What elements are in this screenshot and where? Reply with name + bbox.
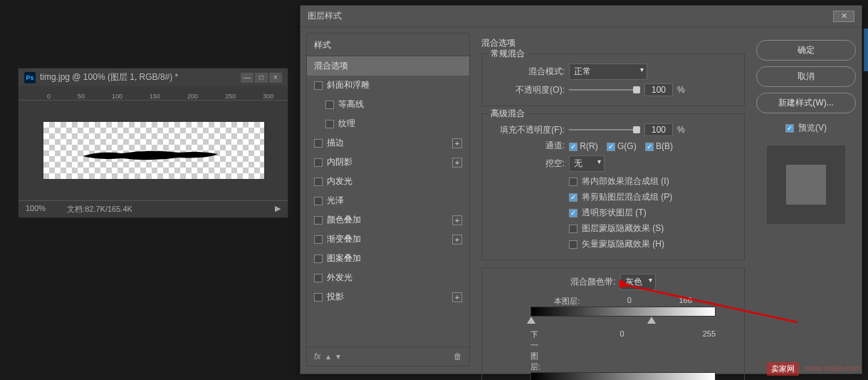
styles-panel: 样式 混合选项 斜面和浮雕 等高线 纹理 描边+ 内阴影+ 内发光 光泽 颜色叠… <box>306 33 470 366</box>
style-inner-shadow[interactable]: 内阴影+ <box>307 153 469 172</box>
watermark: 卖家网www.maijia.com <box>767 362 864 376</box>
channel-g-checkbox[interactable]: G(G) <box>607 141 637 151</box>
channel-b-checkbox[interactable]: B(B) <box>645 141 673 151</box>
style-stroke[interactable]: 描边+ <box>307 133 469 153</box>
plus-icon[interactable]: + <box>452 292 462 302</box>
styles-list: 混合选项 斜面和浮雕 等高线 纹理 描边+ 内阴影+ 内发光 光泽 颜色叠加+ … <box>307 56 469 346</box>
styles-footer: fx ▴ ▾ 🗑 <box>307 346 469 366</box>
file-info: 文档:82.7K/165.4K <box>67 204 132 215</box>
style-bevel[interactable]: 斜面和浮雕 <box>307 76 469 95</box>
dialog-titlebar[interactable]: 图层样式 ✕ <box>300 6 862 27</box>
layer-mask-hides-checkbox[interactable] <box>569 225 577 233</box>
cancel-button[interactable]: 取消 <box>756 66 856 87</box>
fill-opacity-slider[interactable] <box>569 125 640 135</box>
opacity-input[interactable]: 100 <box>644 83 673 96</box>
brush-stroke <box>79 143 221 165</box>
close-button[interactable]: × <box>269 73 282 83</box>
maximize-button[interactable]: □ <box>255 73 268 83</box>
ps-icon: Ps <box>24 72 36 83</box>
layer-style-dialog: 图层样式 ✕ 样式 混合选项 斜面和浮雕 等高线 纹理 描边+ 内阴影+ 内发光… <box>300 5 862 374</box>
advanced-blend-group: 高级混合 填充不透明度(F): 100 % 通道: R(R) G(G) B(B) <box>481 113 745 260</box>
options-panel: 混合选项 常规混合 混合模式: 正常 不透明度(O): 100 % 高级混合 填… <box>476 33 751 366</box>
close-icon[interactable]: ✕ <box>833 11 854 22</box>
preview-checkbox[interactable]: 预览(V) <box>756 122 856 134</box>
vector-mask-hides-checkbox[interactable] <box>569 240 577 249</box>
style-texture[interactable]: 纹理 <box>307 114 469 133</box>
style-drop-shadow[interactable]: 投影+ <box>307 287 469 307</box>
blend-interior-checkbox[interactable] <box>569 178 577 186</box>
fill-opacity-input[interactable]: 100 <box>644 123 673 136</box>
blend-if-select[interactable]: 灰色 <box>620 274 656 290</box>
zoom-level[interactable]: 100% <box>26 204 46 215</box>
channel-r-checkbox[interactable]: R(R) <box>569 141 598 151</box>
blend-clipped-checkbox[interactable] <box>569 193 577 202</box>
new-style-button[interactable]: 新建样式(W)... <box>756 93 856 113</box>
document-titlebar: Ps timg.jpg @ 100% (图层 1, RGB/8#) * — □ … <box>19 68 288 86</box>
style-blending-options[interactable]: 混合选项 <box>307 56 469 76</box>
style-inner-glow[interactable]: 内发光 <box>307 172 469 191</box>
fx-icon[interactable]: fx <box>314 351 320 361</box>
ruler: 0 50 100 150 200 250 300 <box>19 86 288 101</box>
window-controls: — □ × <box>241 73 282 83</box>
ramp-handle[interactable] <box>647 317 656 324</box>
style-contour[interactable]: 等高线 <box>307 95 469 114</box>
plus-icon[interactable]: + <box>452 215 462 225</box>
app-right-tab[interactable] <box>864 29 868 71</box>
dialog-buttons: 确定 取消 新建样式(W)... 预览(V) <box>756 33 856 366</box>
plus-icon[interactable]: + <box>452 138 462 148</box>
minimize-button[interactable]: — <box>241 73 253 83</box>
ramp-handle[interactable] <box>527 317 535 324</box>
dialog-title: 图层样式 <box>308 10 342 22</box>
style-color-overlay[interactable]: 颜色叠加+ <box>307 210 469 230</box>
transparency-shapes-checkbox[interactable] <box>569 209 577 217</box>
style-outer-glow[interactable]: 外发光 <box>307 268 469 287</box>
underlying-layer-ramp[interactable] <box>530 372 716 380</box>
blend-if-group: 混合颜色带: 灰色 本图层:0166 下一图层:0255 <box>481 267 745 380</box>
this-layer-ramp[interactable] <box>530 307 716 317</box>
plus-icon[interactable]: + <box>452 235 462 245</box>
style-pattern-overlay[interactable]: 图案叠加 <box>307 249 469 268</box>
style-gradient-overlay[interactable]: 渐变叠加+ <box>307 230 469 249</box>
arrow-down-icon[interactable]: ▾ <box>336 351 340 361</box>
style-satin[interactable]: 光泽 <box>307 191 469 210</box>
trash-icon[interactable]: 🗑 <box>454 351 462 361</box>
plus-icon[interactable]: + <box>452 158 462 168</box>
knockout-select[interactable]: 无 <box>569 155 605 172</box>
opacity-slider[interactable] <box>569 85 640 95</box>
styles-header: 样式 <box>307 34 469 56</box>
arrow-up-icon[interactable]: ▴ <box>326 351 330 361</box>
blend-mode-select[interactable]: 正常 <box>569 63 647 80</box>
document-window: Ps timg.jpg @ 100% (图层 1, RGB/8#) * — □ … <box>18 68 288 218</box>
canvas <box>43 122 264 179</box>
document-title: timg.jpg @ 100% (图层 1, RGB/8#) * <box>40 71 178 83</box>
status-bar: 100% 文档:82.7K/165.4K ▶ <box>19 200 288 217</box>
ok-button[interactable]: 确定 <box>756 40 856 61</box>
canvas-area[interactable] <box>19 101 288 200</box>
normal-blend-group: 常规混合 混合模式: 正常 不透明度(O): 100 % <box>481 53 745 106</box>
preview-swatch <box>767 145 845 224</box>
